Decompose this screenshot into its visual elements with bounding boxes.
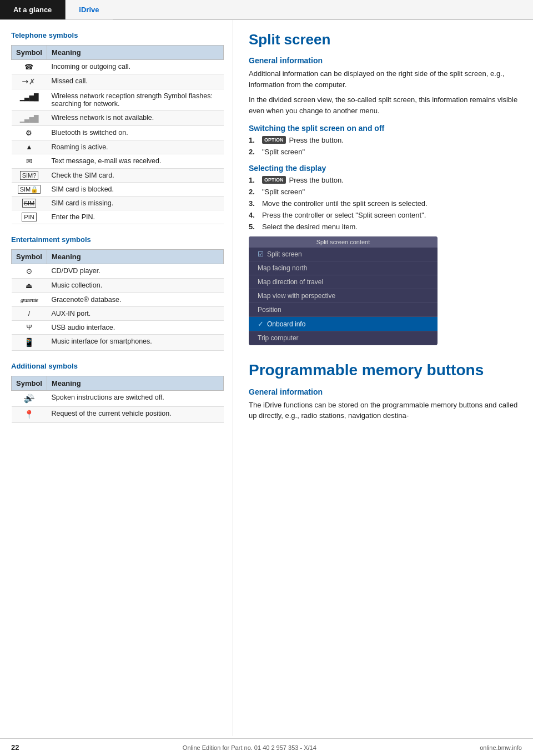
table-row: ☎Incoming or outgoing call. [12,60,224,74]
sel-step-2: 2. "Split screen" [249,188,520,196]
table-row: SIM🔒SIM card is blocked. [12,183,224,196]
table-row: ⊙CD/DVD player. [12,264,224,279]
switch-step-1: 1. OPTION Press the button. [249,136,520,144]
selecting-heading: Selecting the display [249,164,520,173]
mockup-title-bar: Split screen content [249,236,438,248]
selecting-steps: 1. OPTION Press the button. 2. "Split sc… [249,176,520,231]
table-row: ↗✗Missed call. [12,74,224,89]
split-screen-section: Split screen General information Additio… [249,31,520,345]
general-info-heading-split: General information [249,56,520,65]
page-number: 22 [11,743,19,752]
tab-idrive[interactable]: iDrive [66,0,112,19]
switch-step-2: 2. "Split screen" [249,148,520,156]
col-header-meaning-ent: Meaning [47,250,223,264]
table-row: gracenoteGracenote® database. [12,293,224,307]
left-column: Telephone symbols Symbol Meaning ☎Incomi… [0,20,233,736]
additional-symbols-table: Symbol Meaning 🔊Spoken instructions are … [11,376,224,423]
switching-steps: 1. OPTION Press the button. 2. "Split sc… [249,136,520,156]
mockup-menu-item[interactable]: Map facing north [249,261,438,275]
mockup-menu-item[interactable]: Map view with perspective [249,289,438,303]
sel-step-4: 4. Press the controller or select "Split… [249,211,520,219]
table-row: 📱Music interface for smartphones. [12,335,224,351]
table-row: PINEnter the PIN. [12,210,224,224]
table-row: ▲Roaming is active. [12,140,224,154]
telephone-symbols-table: Symbol Meaning ☎Incoming or outgoing cal… [11,45,224,224]
table-row: ▁▃▅▇Wireless network reception strength … [12,89,224,111]
mockup-menu-item[interactable]: ☑Split screen [249,248,438,261]
mockup-menu: ☑Split screenMap facing northMap directi… [249,248,438,345]
main-content: Telephone symbols Symbol Meaning ☎Incomi… [0,20,533,736]
switching-heading: Switching the split screen on and off [249,124,520,133]
entertainment-section-heading: Entertainment symbols [11,235,224,244]
sel-step-5: 5. Select the desired menu item. [249,223,520,231]
table-row: ▁▃▅▇Wireless network is not available. [12,111,224,126]
prog-general-info-text: The iDrive functions can be stored on th… [249,400,520,421]
table-row: 📍Request of the current vehicle position… [12,407,224,423]
telephone-section-heading: Telephone symbols [11,31,224,39]
nav-spacer [113,0,534,19]
general-info-text1: Additional information can be displayed … [249,68,520,90]
sel-step-1: 1. OPTION Press the button. [249,176,520,184]
col-header-meaning-tel: Meaning [47,46,223,60]
entertainment-symbols-table: Symbol Meaning ⊙CD/DVD player.⏏Music col… [11,249,224,351]
col-header-meaning-add: Meaning [47,376,223,391]
right-column: Split screen General information Additio… [233,20,533,736]
checkbox-icon: ☑ [258,250,264,258]
page-footer: 22 Online Edition for Part no. 01 40 2 9… [0,738,533,756]
table-row: ⚙Bluetooth is switched on. [12,126,224,140]
mockup-menu-item[interactable]: Map direction of travel [249,275,438,289]
option-button-1[interactable]: OPTION [262,136,286,144]
programmable-section: Programmable memory buttons General info… [249,361,520,421]
footer-text: Online Edition for Part no. 01 40 2 957 … [183,744,316,751]
programmable-title: Programmable memory buttons [249,361,520,380]
table-row: SIM?Check the SIM card. [12,169,224,183]
table-row: 🔊Spoken instructions are switched off. [12,391,224,407]
mockup-menu-item[interactable]: ✓Onboard info [249,317,438,331]
mockup-menu-item[interactable]: Trip computer [249,331,438,345]
sel-step-3: 3. Move the controller until the split s… [249,199,520,208]
option-button-2[interactable]: OPTION [262,176,286,184]
general-info-text2: In the divided screen view, the so-calle… [249,94,520,116]
table-row: ✉Text message, e-mail was received. [12,154,224,169]
col-header-symbol-add: Symbol [12,376,47,391]
col-header-symbol: Symbol [12,46,47,60]
mockup-menu-item[interactable]: Position [249,303,438,317]
top-navigation: At a glance iDrive [0,0,533,20]
table-row: SIMSIM card is missing. [12,196,224,210]
additional-section-heading: Additional symbols [11,362,224,370]
footer-logo: online.bmw.info [480,744,522,751]
table-row: ⏏Music collection. [12,279,224,293]
split-screen-title: Split screen [249,31,520,48]
col-header-symbol-ent: Symbol [12,250,47,264]
table-row: /AUX-IN port. [12,307,224,321]
tab-at-a-glance[interactable]: At a glance [0,0,66,19]
checkmark-icon: ✓ [258,320,264,328]
prog-general-info-heading: General information [249,387,520,396]
split-screen-mockup: Split screen content ☑Split screenMap fa… [249,236,438,345]
table-row: ΨUSB audio interface. [12,321,224,335]
